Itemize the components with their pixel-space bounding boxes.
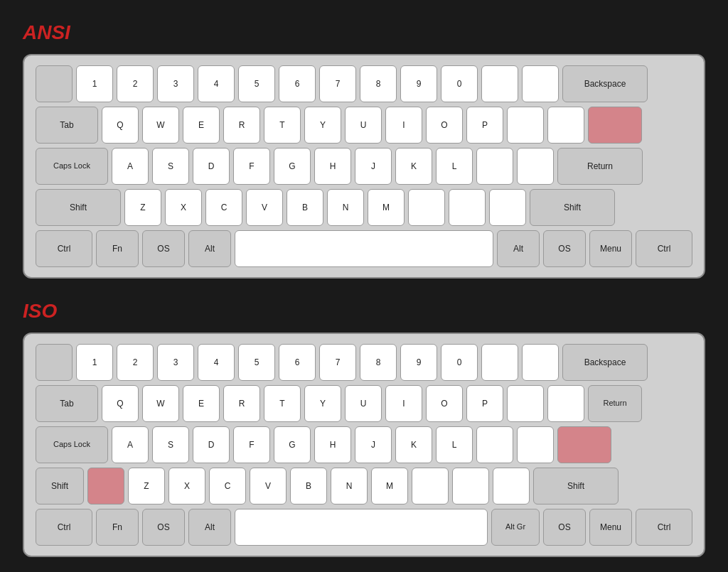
key-lbracket[interactable] (507, 107, 544, 144)
key-i[interactable]: I (385, 107, 422, 144)
key-a[interactable]: A (112, 148, 149, 185)
key-m[interactable]: M (368, 189, 405, 226)
key-n[interactable]: N (327, 189, 364, 226)
key-y[interactable]: Y (304, 107, 341, 144)
iso-key-z[interactable]: Z (128, 468, 165, 504)
iso-key-ctrl-right[interactable]: Ctrl (636, 509, 692, 546)
iso-key-0[interactable]: 0 (441, 344, 478, 381)
key-z[interactable]: Z (124, 189, 161, 226)
iso-key-d[interactable]: D (193, 426, 230, 463)
key-4[interactable]: 4 (198, 65, 235, 102)
key-tab[interactable]: Tab (36, 107, 98, 144)
key-w[interactable]: W (142, 107, 179, 144)
key-quote[interactable] (517, 148, 554, 185)
key-k[interactable]: K (395, 148, 432, 185)
iso-key-os-right[interactable]: OS (543, 509, 586, 546)
key-g[interactable]: G (274, 148, 311, 185)
key-t[interactable]: T (264, 107, 301, 144)
key-shift-right[interactable]: Shift (530, 189, 615, 226)
key-space[interactable] (235, 230, 493, 267)
key-capslock[interactable]: Caps Lock (36, 148, 108, 185)
iso-key-8[interactable]: 8 (360, 344, 397, 381)
iso-key-extra[interactable] (87, 468, 124, 504)
key-x[interactable]: X (165, 189, 202, 226)
key-d[interactable]: D (193, 148, 230, 185)
iso-key-q[interactable]: Q (102, 385, 139, 422)
key-1[interactable]: 1 (76, 65, 113, 102)
iso-key-shift-left[interactable]: Shift (36, 468, 84, 504)
iso-key-slash[interactable] (493, 468, 530, 504)
iso-key-v[interactable]: V (250, 468, 287, 504)
key-tilde[interactable] (36, 65, 73, 102)
key-j[interactable]: J (355, 148, 392, 185)
key-rbracket[interactable] (547, 107, 584, 144)
iso-key-u[interactable]: U (345, 385, 382, 422)
iso-key-4[interactable]: 4 (198, 344, 235, 381)
key-period[interactable] (449, 189, 486, 226)
key-u[interactable]: U (345, 107, 382, 144)
iso-key-3[interactable]: 3 (157, 344, 194, 381)
iso-key-altgr[interactable]: Alt Gr (491, 509, 540, 546)
key-9[interactable]: 9 (400, 65, 437, 102)
iso-key-t[interactable]: T (264, 385, 301, 422)
key-v[interactable]: V (246, 189, 283, 226)
iso-key-n[interactable]: N (331, 468, 368, 504)
iso-key-return[interactable]: Return (588, 385, 642, 422)
iso-key-6[interactable]: 6 (279, 344, 316, 381)
iso-key-semicolon[interactable] (476, 426, 513, 463)
key-shift-left[interactable]: Shift (36, 189, 121, 226)
key-alt-right[interactable]: Alt (497, 230, 540, 267)
key-5[interactable]: 5 (238, 65, 275, 102)
key-0[interactable]: 0 (441, 65, 478, 102)
key-ctrl-right[interactable]: Ctrl (636, 230, 692, 267)
iso-key-hash[interactable] (557, 426, 611, 463)
key-minus[interactable] (481, 65, 518, 102)
iso-key-b[interactable]: B (290, 468, 327, 504)
iso-key-shift-right[interactable]: Shift (533, 468, 619, 504)
iso-key-h[interactable]: H (314, 426, 351, 463)
key-3[interactable]: 3 (157, 65, 194, 102)
iso-key-5[interactable]: 5 (238, 344, 275, 381)
iso-key-period[interactable] (452, 468, 489, 504)
iso-key-g[interactable]: G (274, 426, 311, 463)
key-semicolon[interactable] (476, 148, 513, 185)
iso-key-o[interactable]: O (426, 385, 463, 422)
iso-key-i[interactable]: I (385, 385, 422, 422)
key-p[interactable]: P (466, 107, 503, 144)
key-h[interactable]: H (314, 148, 351, 185)
iso-key-backspace[interactable]: Backspace (562, 344, 648, 381)
iso-key-p[interactable]: P (466, 385, 503, 422)
iso-key-equals[interactable] (522, 344, 559, 381)
key-c[interactable]: C (205, 189, 242, 226)
iso-key-alt-left[interactable]: Alt (188, 509, 231, 546)
key-q[interactable]: Q (102, 107, 139, 144)
key-slash[interactable] (489, 189, 526, 226)
iso-key-y[interactable]: Y (304, 385, 341, 422)
iso-key-m[interactable]: M (371, 468, 408, 504)
key-e[interactable]: E (183, 107, 220, 144)
key-2[interactable]: 2 (117, 65, 154, 102)
key-equals[interactable] (522, 65, 559, 102)
key-alt-left[interactable]: Alt (188, 230, 231, 267)
iso-key-9[interactable]: 9 (400, 344, 437, 381)
key-fn[interactable]: Fn (96, 230, 139, 267)
iso-key-menu[interactable]: Menu (589, 509, 632, 546)
key-os-left[interactable]: OS (142, 230, 185, 267)
iso-key-w[interactable]: W (142, 385, 179, 422)
key-comma[interactable] (408, 189, 445, 226)
key-s[interactable]: S (152, 148, 189, 185)
iso-key-fn[interactable]: Fn (96, 509, 139, 546)
key-backslash-ansi[interactable] (588, 107, 642, 144)
iso-key-quote[interactable] (517, 426, 554, 463)
iso-key-c[interactable]: C (209, 468, 246, 504)
key-backspace[interactable]: Backspace (562, 65, 648, 102)
iso-key-l[interactable]: L (436, 426, 473, 463)
iso-key-tilde[interactable] (36, 344, 73, 381)
iso-key-comma[interactable] (412, 468, 449, 504)
iso-key-2[interactable]: 2 (117, 344, 154, 381)
iso-key-k[interactable]: K (395, 426, 432, 463)
iso-key-os-left[interactable]: OS (142, 509, 185, 546)
key-r[interactable]: R (223, 107, 260, 144)
iso-key-lbracket[interactable] (507, 385, 544, 422)
iso-key-r[interactable]: R (223, 385, 260, 422)
